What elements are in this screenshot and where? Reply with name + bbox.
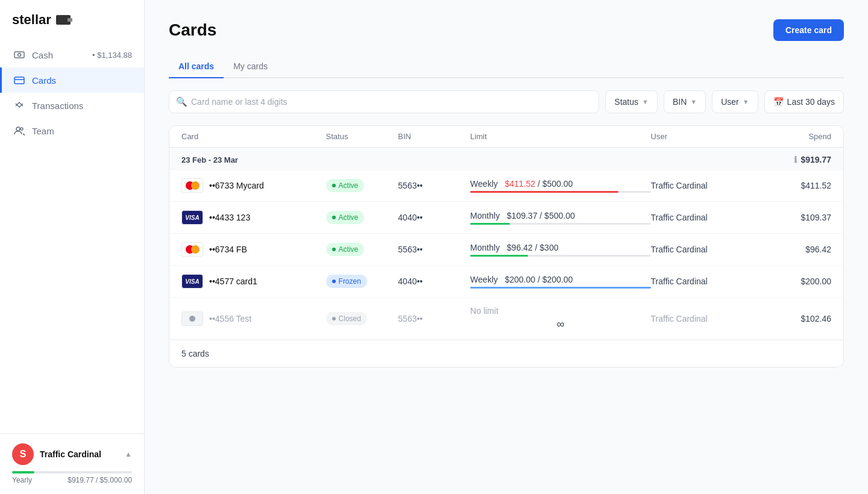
sidebar-item-transactions[interactable]: Transactions xyxy=(0,93,144,118)
user-cell: Traffic Cardinal xyxy=(651,181,760,190)
yearly-budget: Yearly $919.77 / $5,000.00 xyxy=(12,471,132,484)
page-header: Cards Create card xyxy=(169,19,844,41)
card-name: ••6733 Mycard xyxy=(209,181,264,190)
yearly-amounts: $919.77 / $5,000.00 xyxy=(68,476,132,484)
limit-total: $500.00 xyxy=(542,179,573,189)
limit-bar-track xyxy=(470,287,650,289)
card-logo-closed xyxy=(181,311,203,326)
card-cell: ••6733 Mycard xyxy=(181,178,326,193)
status-cell: Active xyxy=(326,179,398,192)
sidebar-label-transactions: Transactions xyxy=(32,101,83,111)
limit-total: $500.00 xyxy=(544,211,575,220)
bin-cell: 5563•• xyxy=(398,314,470,324)
limit-total: $300 xyxy=(539,243,558,252)
chevron-down-icon: ▼ xyxy=(690,98,697,105)
card-cell: ••4556 Test xyxy=(181,311,326,326)
status-dot xyxy=(332,280,336,283)
card-cell: VISA ••4433 123 xyxy=(181,210,326,225)
cards-table: Card Status BIN Limit User Spend 23 Feb … xyxy=(169,125,844,367)
mastercard-logo xyxy=(186,245,200,254)
page-title: Cards xyxy=(169,20,216,40)
card-logo-mastercard xyxy=(181,178,203,193)
search-input[interactable] xyxy=(169,90,599,113)
limit-spent: $411.52 xyxy=(505,179,535,189)
search-icon: 🔍 xyxy=(176,96,187,107)
cash-balance: • $1,134.88 xyxy=(92,51,132,60)
status-cell: Active xyxy=(326,243,398,256)
main-content: Cards Create card All cards My cards 🔍 S… xyxy=(145,0,868,494)
limit-bar-fill xyxy=(470,191,618,193)
sidebar-label-cards: Cards xyxy=(32,75,56,86)
user-name: Traffic Cardinal xyxy=(40,449,119,459)
limit-bar-fill xyxy=(470,287,650,289)
cash-icon xyxy=(14,49,25,60)
info-icon: ℹ xyxy=(794,155,797,164)
yearly-period: Yearly xyxy=(12,476,32,484)
sidebar-item-team[interactable]: Team xyxy=(0,118,144,143)
card-logo-visa: VISA xyxy=(181,274,203,289)
user-filter-button[interactable]: User ▼ xyxy=(712,90,758,113)
svg-point-1 xyxy=(18,54,21,57)
status-cell: Active xyxy=(326,211,398,224)
status-badge: Active xyxy=(326,211,365,224)
col-header-bin: BIN xyxy=(398,132,470,141)
limit-bar-fill xyxy=(470,223,510,225)
date-filter-button[interactable]: 📅 Last 30 days xyxy=(764,90,844,113)
budget-bar-fill xyxy=(12,471,34,474)
limit-text: Monthly $96.42 / $300 xyxy=(470,243,650,252)
status-dot xyxy=(332,317,336,320)
sidebar: stellar Cash • $1,134.88 Cards xyxy=(0,0,145,494)
svg-rect-0 xyxy=(14,52,24,58)
sidebar-item-cash[interactable]: Cash • $1,134.88 xyxy=(0,42,144,67)
status-cell: Closed xyxy=(326,312,398,325)
spend-cell: $109.37 xyxy=(759,213,831,222)
limit-spent: $109.37 xyxy=(507,211,538,220)
sidebar-label-cash: Cash xyxy=(32,50,53,60)
table-header: Card Status BIN Limit User Spend xyxy=(169,126,843,148)
table-row[interactable]: VISA ••4577 card1 Frozen 4040•• Weekly $… xyxy=(169,266,843,298)
card-name: ••4433 123 xyxy=(209,213,250,222)
svg-point-5 xyxy=(20,128,23,130)
card-logo-mastercard xyxy=(181,242,203,257)
spend-cell: $411.52 xyxy=(759,181,831,190)
tab-my-cards[interactable]: My cards xyxy=(224,55,277,78)
tab-all-cards[interactable]: All cards xyxy=(169,55,224,78)
calendar-icon: 📅 xyxy=(773,97,784,107)
table-row[interactable]: VISA ••4433 123 Active 4040•• Monthly $1… xyxy=(169,202,843,234)
col-header-card: Card xyxy=(181,132,326,141)
user-row[interactable]: S Traffic Cardinal ▲ xyxy=(12,443,132,465)
sidebar-item-cards[interactable]: Cards xyxy=(0,67,144,93)
limit-spent: $200.00 xyxy=(505,275,535,284)
bin-cell: 5563•• xyxy=(398,245,470,254)
col-header-user: User xyxy=(651,132,760,141)
table-footer: 5 cards xyxy=(169,340,843,367)
svg-rect-2 xyxy=(14,77,24,84)
card-name: ••6734 FB xyxy=(209,245,247,254)
card-name: ••4556 Test xyxy=(209,314,251,324)
bin-filter-button[interactable]: BIN ▼ xyxy=(664,90,706,113)
status-filter-button[interactable]: Status ▼ xyxy=(605,90,658,113)
table-row[interactable]: ••6734 FB Active 5563•• Monthly $96.42 /… xyxy=(169,234,843,266)
card-name: ••4577 card1 xyxy=(209,277,257,286)
status-badge: Frozen xyxy=(326,275,367,288)
team-icon xyxy=(14,125,25,136)
transactions-icon xyxy=(14,100,25,111)
limit-bar-track xyxy=(470,191,650,193)
table-row[interactable]: ••6733 Mycard Active 5563•• Weekly $411.… xyxy=(169,170,843,202)
status-dot xyxy=(332,248,336,251)
limit-cell: Weekly $411.52 / $500.00 xyxy=(470,179,650,193)
status-badge: Closed xyxy=(326,312,367,325)
spend-cell: $200.00 xyxy=(759,277,831,286)
user-cell: Traffic Cardinal xyxy=(651,213,760,222)
status-dot xyxy=(332,216,336,219)
sidebar-nav: Cash • $1,134.88 Cards Transactions xyxy=(0,42,144,143)
spend-cell: $102.46 xyxy=(759,314,831,324)
status-cell: Frozen xyxy=(326,275,398,288)
create-card-button[interactable]: Create card xyxy=(773,19,844,41)
spend-cell: $96.42 xyxy=(759,245,831,254)
limit-text: Weekly $200.00 / $200.00 xyxy=(470,275,650,284)
limit-cell: Monthly $109.37 / $500.00 xyxy=(470,211,650,225)
date-group-header: 23 Feb - 23 Mar ℹ $919.77 xyxy=(169,148,843,170)
table-row[interactable]: ••4556 Test Closed 5563•• No limit ∞ Tra… xyxy=(169,298,843,340)
status-dot xyxy=(332,184,336,187)
